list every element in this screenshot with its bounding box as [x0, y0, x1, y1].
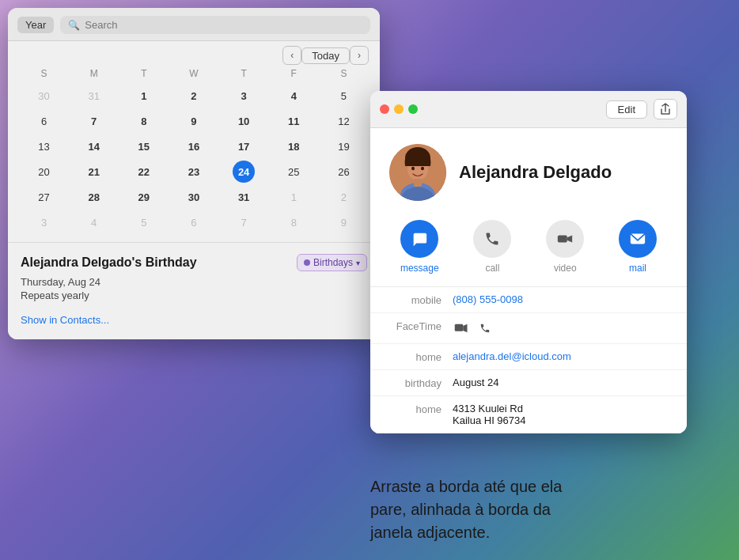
mail-label: mail — [629, 263, 646, 274]
info-row-mobile: mobile (808) 555-0098 — [370, 287, 687, 313]
info-row-home-email: home alejandra.del@icloud.com — [370, 344, 687, 370]
facetime-video-icon[interactable] — [453, 320, 470, 337]
cal-day-0-0[interactable]: 30 — [33, 85, 55, 107]
svg-rect-7 — [414, 179, 422, 187]
cal-day-1-0[interactable]: 6 — [33, 110, 55, 132]
cal-day-4-1[interactable]: 28 — [83, 186, 105, 208]
calendar-week-2: 13141516171819 — [19, 134, 369, 158]
call-icon-circle — [473, 220, 511, 258]
cal-day-5-6[interactable]: 9 — [332, 211, 354, 233]
cal-day-5-0[interactable]: 3 — [33, 211, 55, 233]
facetime-label: FaceTime — [389, 320, 453, 332]
cal-day-4-5[interactable]: 1 — [282, 186, 305, 208]
cal-day-4-4[interactable]: 31 — [233, 186, 255, 208]
cal-day-4-2[interactable]: 29 — [133, 186, 155, 208]
cal-day-1-6[interactable]: 12 — [332, 110, 354, 132]
cal-day-3-5[interactable]: 25 — [282, 161, 305, 183]
message-icon — [411, 230, 428, 248]
cal-day-2-5[interactable]: 18 — [282, 135, 305, 157]
search-input[interactable] — [85, 19, 362, 31]
birthdays-label: Birthdays — [313, 257, 353, 268]
fullscreen-button[interactable] — [408, 104, 418, 114]
svg-point-5 — [421, 167, 424, 170]
caption-content: Arraste a borda até que elapare, alinhad… — [370, 478, 562, 541]
cal-day-2-4[interactable]: 17 — [233, 135, 255, 157]
day-header-w: W — [169, 66, 218, 81]
mobile-value[interactable]: (808) 555-0098 — [453, 293, 668, 305]
year-button[interactable]: Year — [17, 17, 54, 33]
search-bar: 🔍 — [60, 16, 370, 34]
day-header-m: M — [69, 66, 119, 81]
cal-day-0-6[interactable]: 5 — [332, 85, 354, 107]
edit-button[interactable]: Edit — [606, 100, 647, 119]
day-header-s2: S — [319, 66, 369, 81]
contact-name: Alejandra Delgado — [459, 162, 612, 183]
video-action[interactable]: video — [546, 220, 584, 274]
cal-day-0-1[interactable]: 31 — [83, 85, 105, 107]
prev-month-button[interactable]: ‹ — [282, 46, 301, 65]
calendar-grid: S M T W T F S 30311234567891011121314151… — [8, 66, 380, 242]
cal-day-2-1[interactable]: 14 — [83, 135, 105, 157]
day-header-f: F — [269, 66, 319, 81]
cal-day-3-4[interactable]: 24 — [233, 161, 255, 183]
cal-day-1-1[interactable]: 7 — [83, 110, 105, 132]
contact-avatar — [389, 144, 446, 201]
mail-action[interactable]: mail — [619, 220, 657, 274]
cal-day-3-6[interactable]: 26 — [332, 161, 354, 183]
event-repeat: Repeats yearly — [21, 289, 367, 301]
cal-day-0-5[interactable]: 4 — [282, 85, 305, 107]
cal-day-4-0[interactable]: 27 — [33, 186, 55, 208]
mobile-label: mobile — [389, 293, 453, 306]
search-icon: 🔍 — [68, 20, 80, 31]
cal-day-1-4[interactable]: 10 — [233, 110, 255, 132]
info-row-facetime: FaceTime — [370, 313, 687, 344]
call-icon — [484, 231, 500, 247]
day-header-t2: T — [219, 66, 269, 81]
cal-day-3-0[interactable]: 20 — [33, 161, 55, 183]
facetime-audio-icon[interactable] — [476, 320, 494, 337]
contact-header: Alejandra Delgado — [370, 128, 687, 214]
message-action[interactable]: message — [400, 220, 439, 274]
event-detail: Alejandra Delgado's Birthday Birthdays ▾… — [8, 242, 380, 339]
close-button[interactable] — [380, 104, 389, 114]
cal-day-1-5[interactable]: 11 — [282, 110, 305, 132]
calendar-titlebar: Year 🔍 — [8, 8, 380, 41]
cal-day-2-6[interactable]: 19 — [332, 135, 354, 157]
cal-day-5-2[interactable]: 5 — [133, 211, 155, 233]
share-icon — [660, 103, 671, 115]
next-month-button[interactable]: › — [350, 46, 369, 65]
cal-day-1-2[interactable]: 8 — [133, 110, 155, 132]
cal-day-0-4[interactable]: 3 — [233, 85, 255, 107]
message-label: message — [400, 263, 439, 274]
home-email-value[interactable]: alejandra.del@icloud.com — [453, 350, 668, 362]
action-buttons: message call video — [370, 214, 687, 287]
cal-day-0-3[interactable]: 2 — [183, 85, 205, 107]
svg-marker-9 — [567, 235, 572, 242]
share-button[interactable] — [654, 99, 677, 119]
svg-rect-8 — [558, 235, 567, 242]
cal-day-2-3[interactable]: 16 — [183, 135, 205, 157]
mail-icon — [629, 230, 646, 248]
info-row-birthday: birthday August 24 — [370, 370, 687, 396]
cal-day-5-3[interactable]: 6 — [183, 211, 205, 233]
call-action[interactable]: call — [473, 220, 511, 274]
cal-day-1-3[interactable]: 9 — [183, 110, 205, 132]
cal-day-2-2[interactable]: 15 — [133, 135, 155, 157]
cal-day-3-3[interactable]: 23 — [183, 161, 205, 183]
cal-day-5-4[interactable]: 7 — [233, 211, 255, 233]
show-in-contacts-link[interactable]: Show in Contacts... — [21, 314, 109, 326]
cal-day-5-5[interactable]: 8 — [282, 211, 305, 233]
mail-icon-circle — [619, 220, 657, 258]
cal-day-0-2[interactable]: 1 — [133, 85, 155, 107]
cal-day-3-2[interactable]: 22 — [133, 161, 155, 183]
cal-day-3-1[interactable]: 21 — [83, 161, 105, 183]
calendar-nav: ‹ Today › — [8, 41, 380, 66]
cal-day-2-0[interactable]: 13 — [33, 135, 55, 157]
cal-day-4-6[interactable]: 2 — [332, 186, 354, 208]
home-email-label: home — [389, 350, 453, 363]
minimize-button[interactable] — [394, 104, 404, 114]
calendar-rows: 3031123456789101112131415161718192021222… — [19, 84, 369, 234]
today-button[interactable]: Today — [301, 47, 350, 64]
cal-day-5-1[interactable]: 4 — [83, 211, 105, 233]
cal-day-4-3[interactable]: 30 — [183, 186, 205, 208]
